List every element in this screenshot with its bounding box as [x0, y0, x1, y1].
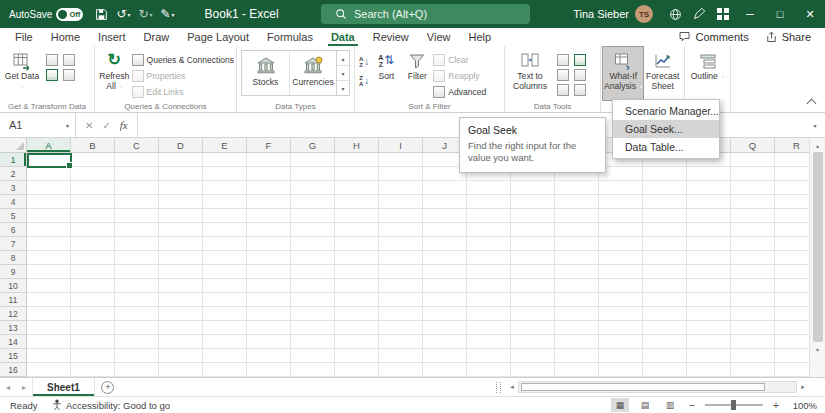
tab-home[interactable]: Home [42, 28, 89, 46]
currencies-button[interactable]: Currencies [289, 51, 336, 95]
row-header-16[interactable]: 16 [0, 363, 26, 377]
tab-formulas[interactable]: Formulas [258, 28, 322, 46]
column-header-r[interactable]: R [775, 138, 809, 152]
filter-button[interactable]: Filter [401, 47, 433, 100]
row-header-14[interactable]: 14 [0, 335, 26, 349]
row-header-2[interactable]: 2 [0, 167, 26, 181]
sheet-tab-splitter[interactable] [496, 382, 501, 393]
menu-item-goal-seek[interactable]: Goal Seek... [613, 120, 719, 138]
sort-descending-button[interactable]: ZA↓ [357, 72, 371, 89]
tab-review[interactable]: Review [364, 28, 418, 46]
autosave-toggle[interactable]: AutoSave Off [0, 8, 83, 21]
zoom-slider-thumb[interactable] [731, 400, 736, 410]
horizontal-scroll-track[interactable] [518, 381, 797, 393]
row-header-8[interactable]: 8 [0, 251, 26, 265]
recent-sources-button[interactable] [63, 54, 75, 66]
name-box-dropdown[interactable]: ▾ [60, 113, 76, 137]
formula-bar-expand-button[interactable]: ▾ [805, 113, 825, 137]
column-header-a[interactable]: A [27, 138, 71, 152]
row-header-13[interactable]: 13 [0, 321, 26, 335]
outline-button[interactable]: Outline ▾ [687, 47, 728, 100]
add-sheet-button[interactable]: + [95, 378, 121, 396]
pen-button[interactable] [687, 0, 711, 28]
text-to-columns-button[interactable]: Text to Columns [507, 47, 553, 100]
grid-cells[interactable] [27, 153, 809, 377]
menu-item-scenario-manager[interactable]: Scenario Manager... [613, 102, 719, 120]
customize-quick-access-button[interactable]: ✎▾ [157, 2, 179, 26]
close-button[interactable]: ✕ [795, 0, 825, 28]
name-box[interactable]: A1 [0, 113, 60, 137]
select-all-corner[interactable] [0, 138, 27, 153]
sheet-tab-sheet1[interactable]: Sheet1 [32, 378, 95, 396]
apps-grid-button[interactable] [711, 0, 735, 28]
search-box[interactable]: Search (Alt+Q) [321, 4, 530, 24]
clear-filter-button[interactable]: Clear [433, 52, 486, 67]
relationships-button[interactable] [557, 84, 569, 96]
row-header-9[interactable]: 9 [0, 265, 26, 279]
row-header-4[interactable]: 4 [0, 195, 26, 209]
reapply-filter-button[interactable]: Reapply [433, 68, 486, 83]
gallery-down-button[interactable]: ▾ [337, 66, 349, 81]
tab-data[interactable]: Data [322, 28, 364, 46]
what-if-analysis-button[interactable]: What-If Analysis ▾ [603, 47, 643, 100]
zoom-slider[interactable] [705, 404, 763, 406]
column-header-i[interactable]: I [379, 138, 423, 152]
zoom-in-button[interactable]: + [770, 399, 782, 411]
sort-button[interactable]: AZ⇅ Sort [371, 47, 401, 100]
zoom-percentage[interactable]: 100% [789, 400, 817, 411]
save-button[interactable] [91, 2, 112, 26]
get-data-button[interactable]: Get Data ▾ [2, 47, 42, 100]
from-web-button[interactable] [46, 69, 58, 81]
menu-item-data-table[interactable]: Data Table... [613, 138, 719, 156]
scroll-right-button[interactable]: ▸ [797, 380, 809, 393]
properties-button[interactable]: Properties [132, 68, 234, 83]
stocks-button[interactable]: Stocks [242, 51, 289, 95]
from-text-csv-button[interactable] [46, 54, 58, 66]
tab-help[interactable]: Help [459, 28, 500, 46]
sort-ascending-button[interactable]: AZ↓ [357, 53, 371, 70]
share-button[interactable]: Share [765, 31, 811, 43]
column-header-c[interactable]: C [115, 138, 159, 152]
collapse-ribbon-button[interactable] [803, 97, 819, 109]
scroll-left-button[interactable]: ◂ [506, 380, 518, 393]
minimize-button[interactable]: ─ [735, 0, 765, 28]
row-header-3[interactable]: 3 [0, 181, 26, 195]
forecast-sheet-button[interactable]: Forecast Sheet [643, 47, 682, 100]
row-header-6[interactable]: 6 [0, 223, 26, 237]
edit-links-button[interactable]: Edit Links [132, 84, 234, 99]
horizontal-scroll-thumb[interactable] [521, 383, 765, 391]
tab-page-layout[interactable]: Page Layout [178, 28, 258, 46]
row-header-10[interactable]: 10 [0, 279, 26, 293]
column-header-d[interactable]: D [159, 138, 203, 152]
row-header-11[interactable]: 11 [0, 293, 26, 307]
maximize-button[interactable]: □ [765, 0, 795, 28]
insert-function-button[interactable]: fx [120, 119, 128, 131]
row-header-5[interactable]: 5 [0, 209, 26, 223]
accessibility-status[interactable]: Accessibility: Good to go [52, 399, 170, 411]
from-table-range-button[interactable] [63, 69, 75, 81]
row-header-12[interactable]: 12 [0, 307, 26, 321]
row-header-7[interactable]: 7 [0, 237, 26, 251]
row-header-1[interactable]: 1 [0, 153, 26, 167]
row-header-15[interactable]: 15 [0, 349, 26, 363]
comments-button[interactable]: Comments [678, 31, 748, 43]
column-header-f[interactable]: F [247, 138, 291, 152]
column-header-h[interactable]: H [335, 138, 379, 152]
view-page-layout-button[interactable]: ▤ [636, 398, 654, 412]
manage-data-model-button[interactable] [574, 84, 586, 96]
selected-cell[interactable] [27, 153, 72, 168]
tab-file[interactable]: File [6, 28, 42, 46]
tab-draw[interactable]: Draw [135, 28, 179, 46]
advanced-filter-button[interactable]: Advanced [433, 84, 486, 99]
flash-fill-button[interactable] [557, 54, 569, 66]
globe-button[interactable] [663, 0, 687, 28]
redo-button[interactable]: ↻▾ [134, 2, 156, 26]
tab-insert[interactable]: Insert [89, 28, 135, 46]
sheet-nav-next-button[interactable]: ▸ [16, 378, 32, 396]
gallery-up-button[interactable]: ▴ [337, 51, 349, 66]
avatar[interactable]: TS [635, 5, 653, 23]
column-header-q[interactable]: Q [731, 138, 775, 152]
cancel-button[interactable]: ✕ [85, 120, 93, 131]
tab-view[interactable]: View [418, 28, 460, 46]
scroll-down-button[interactable]: ▾ [810, 342, 825, 356]
